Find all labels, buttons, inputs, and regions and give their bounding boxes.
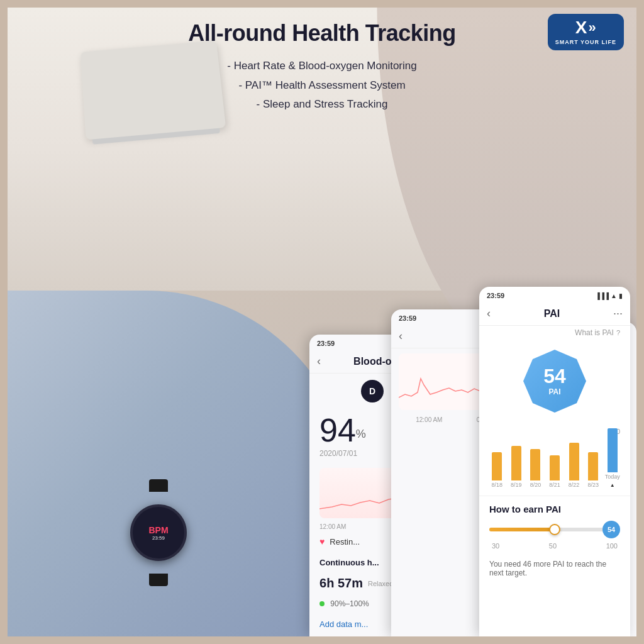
watch-container: BPM 23:59 (121, 479, 196, 561)
pai-marker-100: 100 (606, 542, 618, 550)
pai-title: PAI (496, 308, 608, 319)
pai-bar-group-1: 8/19 (509, 446, 525, 488)
watch-body: BPM 23:59 (130, 504, 187, 561)
outer-border: BPM 23:59 All-round Health Tracking - He… (0, 0, 644, 644)
logo-container: X » SMART YOUR LIFE (548, 14, 624, 50)
pai-status-icons: ▐▐▐ ▲ ▮ (596, 292, 623, 299)
phones-container: 08:23 23:59 ‹ Blood-o... D 94% 2020/07/0… (309, 284, 636, 636)
pai-marker-30: 30 (492, 542, 499, 550)
hr-time: 23:59 (399, 314, 416, 322)
pai-bar-label-1: 8/19 (511, 482, 522, 488)
header-overlay: All-round Health Tracking - Heart Rate &… (8, 20, 636, 114)
logo-icon: X » (575, 19, 596, 36)
feature-3: - Sleep and Stress Tracking (8, 95, 636, 114)
pai-bar-label-2: 8/20 (530, 482, 541, 488)
bo-day-selector[interactable]: D (361, 380, 384, 402)
logo-x: X (575, 19, 587, 36)
pai-slider-value: 54 (602, 521, 620, 538)
pai-bar-1 (511, 446, 521, 480)
pai-bar-label-5: 8/23 (587, 482, 599, 488)
pai-bar-group-3: 8/21 (547, 455, 563, 488)
pai-help-icon: ? (616, 329, 620, 336)
wifi-icon: ▲ (611, 292, 617, 299)
pai-chart: 100 8/188/198/208/218/228/23Today▲ (479, 423, 630, 496)
pai-bar-group-4: 8/22 (566, 443, 582, 488)
pai-what-is[interactable]: What is PAI ? (479, 326, 630, 340)
pai-bar-4 (569, 443, 579, 480)
pai-value: 54 (543, 366, 566, 386)
signal-icon: ▐▐▐ (596, 292, 609, 299)
bo-sleep-time: 6h 57m (319, 576, 363, 591)
more-dots-icon[interactable]: ··· (613, 307, 623, 320)
pai-badge-label: PAI (548, 387, 560, 396)
pai-time: 23:59 (487, 292, 504, 299)
pai-bar-group-0: 8/18 (489, 452, 505, 488)
pai-today-arrow: ▲ (610, 482, 615, 488)
bo-sleep-label: Relaxed (368, 580, 393, 587)
pai-bar-label-3: 8/21 (549, 482, 560, 488)
bo-time: 23:59 (317, 340, 335, 347)
bo-range-dot (319, 601, 325, 606)
pai-100-label: 100 (489, 428, 620, 435)
pai-slider-container[interactable]: 54 (489, 522, 620, 537)
pai-header: ‹ PAI ··· (479, 302, 630, 326)
phone-pai: 23:59 ▐▐▐ ▲ ▮ ‹ PAI ··· What is PAI ? (479, 287, 630, 636)
features-list: - Heart Rate & Blood-oxygen Monitoring -… (8, 57, 636, 114)
heart-icon: ♥ (319, 536, 325, 547)
bo-time-start: 12:00 AM (319, 523, 346, 530)
pai-next-target: You need 46 more PAI to reach the next t… (479, 555, 630, 582)
watch-strap-bottom (149, 574, 168, 586)
pai-bar-label-0: 8/18 (492, 482, 503, 488)
pai-bar-label-4: 8/22 (569, 482, 580, 488)
watch-time-display: 23:59 (148, 535, 168, 541)
feature-1: - Heart Rate & Blood-oxygen Monitoring (8, 57, 636, 76)
pai-bar-3 (550, 455, 560, 480)
pai-bar-5 (588, 452, 598, 480)
main-container: BPM 23:59 All-round Health Tracking - He… (8, 8, 636, 636)
pai-badge-container: 54 PAI (479, 340, 630, 423)
bo-resting-label: Restin... (330, 537, 360, 547)
battery-icon: ▮ (619, 292, 623, 299)
logo-arrows: » (589, 21, 596, 35)
pai-bar-label-6: Today (605, 474, 620, 480)
bo-range-value: 90%–100% (330, 599, 369, 608)
pai-bar-group-5: 8/23 (586, 452, 601, 488)
pai-back-arrow[interactable]: ‹ (487, 307, 491, 320)
pai-bar-group-2: 8/20 (528, 449, 543, 488)
pai-earn-section: How to earn PAI 54 30 50 100 (479, 496, 630, 555)
bo-back-arrow[interactable]: ‹ (317, 355, 321, 368)
watch-strap-top (149, 479, 168, 492)
pai-badge: 54 PAI (523, 350, 586, 413)
pai-bar-0 (492, 452, 502, 480)
pai-bars-container: 8/188/198/208/218/228/23Today▲ (489, 438, 620, 488)
pai-status-bar: 23:59 ▐▐▐ ▲ ▮ (479, 287, 630, 302)
bo-number: 94 (319, 412, 356, 448)
feature-2: - PAI™ Health Assessment System (8, 76, 636, 96)
logo-tagline: SMART YOUR LIFE (555, 39, 616, 45)
pai-bar-group-6: Today▲ (604, 428, 620, 488)
pai-slider-markers: 30 50 100 (489, 542, 620, 550)
hr-time-label-1: 12:00 AM (416, 416, 442, 423)
pai-bar-6 (608, 428, 618, 472)
pai-slider-thumb[interactable] (549, 524, 560, 535)
pai-bar-2 (530, 449, 540, 480)
pai-earn-title: How to earn PAI (489, 504, 620, 514)
watch-screen: BPM 23:59 (148, 525, 168, 541)
bo-unit: % (356, 428, 366, 440)
pai-what-text: What is PAI (575, 328, 614, 337)
pai-marker-50: 50 (549, 542, 557, 550)
watch-bpm-display: BPM (148, 525, 168, 535)
main-title: All-round Health Tracking (8, 20, 636, 47)
hr-back-arrow[interactable]: ‹ (399, 330, 402, 343)
